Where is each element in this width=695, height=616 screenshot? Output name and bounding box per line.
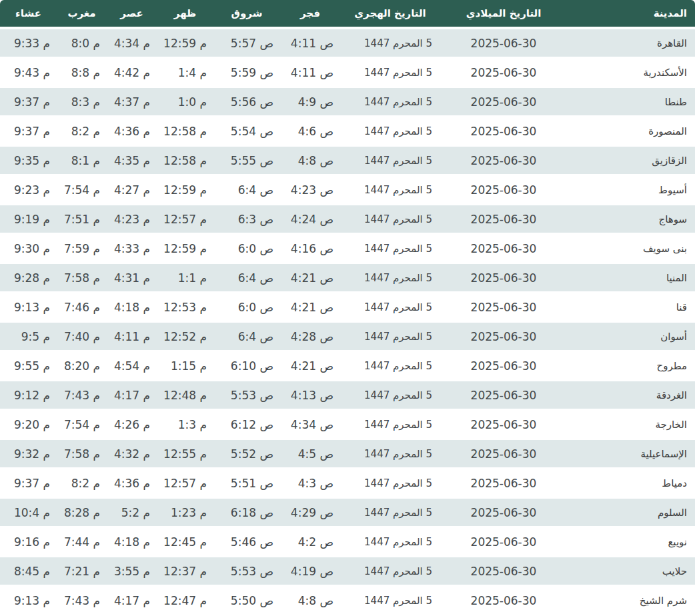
city-cell: المنيا	[567, 264, 695, 293]
maghrib-cell: 8:2 م	[57, 117, 107, 147]
maghrib-cell: 7:51 م	[57, 205, 107, 235]
asr-cell: 4:17 م	[107, 587, 157, 616]
hijri-cell: 5 المحرم 1447	[340, 352, 440, 381]
isha-cell: 9:32 م	[0, 440, 57, 469]
isha-cell: 9:16 م	[0, 528, 57, 557]
gregorian-cell: 2025-06-30	[440, 205, 567, 235]
asr-cell: 4:18 م	[107, 528, 157, 557]
city-cell: سوهاج	[567, 205, 695, 235]
fajr-cell: 4:21 ص	[280, 264, 340, 293]
table-row: أسوان2025-06-305 المحرم 14474:28 ص6:4 ص1…	[0, 323, 695, 352]
city-cell: شرم الشيخ	[567, 587, 695, 616]
column-header-hijri: التاريخ الهجري	[340, 0, 440, 29]
gregorian-cell: 2025-06-30	[440, 29, 567, 59]
column-header-sunrise: شروق	[213, 0, 280, 29]
hijri-cell: 5 المحرم 1447	[340, 411, 440, 440]
asr-cell: 4:42 م	[107, 59, 157, 88]
asr-cell: 4:23 م	[107, 205, 157, 235]
hijri-cell: 5 المحرم 1447	[340, 587, 440, 616]
asr-cell: 4:54 م	[107, 352, 157, 381]
city-cell: بنى سويف	[567, 235, 695, 264]
dhuhr-cell: 12:45 م	[157, 528, 213, 557]
dhuhr-cell: 12:57 م	[157, 205, 213, 235]
gregorian-cell: 2025-06-30	[440, 293, 567, 323]
dhuhr-cell: 12:58 م	[157, 117, 213, 147]
isha-cell: 8:45 م	[0, 557, 57, 587]
hijri-cell: 5 المحرم 1447	[340, 29, 440, 59]
city-cell: أسوان	[567, 323, 695, 352]
gregorian-cell: 2025-06-30	[440, 411, 567, 440]
isha-cell: 9:28 م	[0, 264, 57, 293]
hijri-cell: 5 المحرم 1447	[340, 557, 440, 587]
isha-cell: 9:23 م	[0, 176, 57, 205]
gregorian-cell: 2025-06-30	[440, 557, 567, 587]
header-row: المدينة التاريخ الميلادي التاريخ الهجري …	[0, 0, 695, 29]
asr-cell: 5:2 م	[107, 499, 157, 528]
maghrib-cell: 7:58 م	[57, 440, 107, 469]
city-cell: دمياط	[567, 469, 695, 499]
city-cell: السلوم	[567, 499, 695, 528]
table-row: أسيوط2025-06-305 المحرم 14474:23 ص6:4 ص1…	[0, 176, 695, 205]
asr-cell: 4:34 م	[107, 29, 157, 59]
isha-cell: 9:33 م	[0, 29, 57, 59]
table-row: المنيا2025-06-305 المحرم 14474:21 ص6:4 ص…	[0, 264, 695, 293]
maghrib-cell: 7:40 م	[57, 323, 107, 352]
sunrise-cell: 5:59 ص	[213, 59, 280, 88]
maghrib-cell: 8:2 م	[57, 469, 107, 499]
table-header: المدينة التاريخ الميلادي التاريخ الهجري …	[0, 0, 695, 29]
sunrise-cell: 6:4 ص	[213, 323, 280, 352]
dhuhr-cell: 1:23 م	[157, 499, 213, 528]
maghrib-cell: 8:8 م	[57, 59, 107, 88]
maghrib-cell: 7:59 م	[57, 235, 107, 264]
maghrib-cell: 7:21 م	[57, 557, 107, 587]
hijri-cell: 5 المحرم 1447	[340, 117, 440, 147]
fajr-cell: 4:3 ص	[280, 469, 340, 499]
city-cell: الغردقة	[567, 381, 695, 411]
gregorian-cell: 2025-06-30	[440, 59, 567, 88]
maghrib-cell: 8:28 م	[57, 499, 107, 528]
asr-cell: 4:36 م	[107, 469, 157, 499]
prayer-times-table: المدينة التاريخ الميلادي التاريخ الهجري …	[0, 0, 695, 616]
table-row: حلايب2025-06-305 المحرم 14474:19 ص5:53 ص…	[0, 557, 695, 587]
asr-cell: 4:32 م	[107, 440, 157, 469]
city-cell: حلايب	[567, 557, 695, 587]
table-row: نويبع2025-06-305 المحرم 14474:2 ص5:46 ص1…	[0, 528, 695, 557]
maghrib-cell: 7:46 م	[57, 293, 107, 323]
hijri-cell: 5 المحرم 1447	[340, 381, 440, 411]
maghrib-cell: 7:54 م	[57, 411, 107, 440]
sunrise-cell: 5:46 ص	[213, 528, 280, 557]
gregorian-cell: 2025-06-30	[440, 381, 567, 411]
dhuhr-cell: 1:15 م	[157, 352, 213, 381]
dhuhr-cell: 1:0 م	[157, 88, 213, 117]
column-header-gregorian: التاريخ الميلادي	[440, 0, 567, 29]
isha-cell: 9:37 م	[0, 88, 57, 117]
fajr-cell: 4:21 ص	[280, 293, 340, 323]
table-row: الأسكندرية2025-06-305 المحرم 14474:11 ص5…	[0, 59, 695, 88]
maghrib-cell: 7:43 م	[57, 381, 107, 411]
city-cell: الزقازيق	[567, 147, 695, 176]
dhuhr-cell: 12:59 م	[157, 176, 213, 205]
column-header-isha: عشاء	[0, 0, 57, 29]
gregorian-cell: 2025-06-30	[440, 176, 567, 205]
city-cell: مطروح	[567, 352, 695, 381]
maghrib-cell: 7:54 م	[57, 176, 107, 205]
dhuhr-cell: 12:48 م	[157, 381, 213, 411]
maghrib-cell: 8:20 م	[57, 352, 107, 381]
gregorian-cell: 2025-06-30	[440, 528, 567, 557]
gregorian-cell: 2025-06-30	[440, 88, 567, 117]
city-cell: قنا	[567, 293, 695, 323]
dhuhr-cell: 12:47 م	[157, 587, 213, 616]
asr-cell: 4:37 م	[107, 88, 157, 117]
sunrise-cell: 6:18 ص	[213, 499, 280, 528]
maghrib-cell: 7:44 م	[57, 528, 107, 557]
sunrise-cell: 5:50 ص	[213, 587, 280, 616]
fajr-cell: 4:11 ص	[280, 29, 340, 59]
gregorian-cell: 2025-06-30	[440, 147, 567, 176]
isha-cell: 9:35 م	[0, 147, 57, 176]
maghrib-cell: 8:3 م	[57, 88, 107, 117]
dhuhr-cell: 12:55 م	[157, 440, 213, 469]
dhuhr-cell: 12:53 م	[157, 293, 213, 323]
sunrise-cell: 6:4 ص	[213, 176, 280, 205]
dhuhr-cell: 12:59 م	[157, 235, 213, 264]
sunrise-cell: 6:4 ص	[213, 264, 280, 293]
